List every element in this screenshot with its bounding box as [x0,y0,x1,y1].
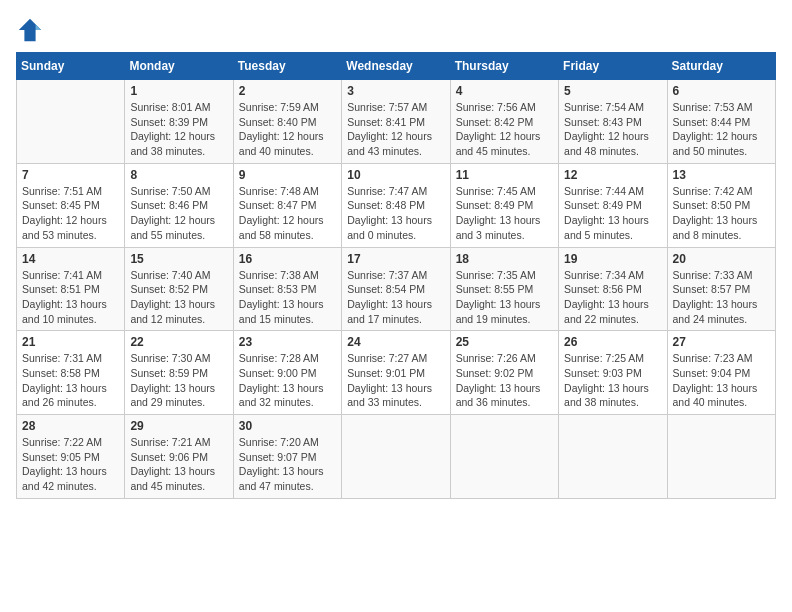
calendar-cell: 3Sunrise: 7:57 AMSunset: 8:41 PMDaylight… [342,80,450,164]
day-info: Sunrise: 7:35 AMSunset: 8:55 PMDaylight:… [456,268,553,327]
day-info: Sunrise: 7:37 AMSunset: 8:54 PMDaylight:… [347,268,444,327]
calendar-cell: 28Sunrise: 7:22 AMSunset: 9:05 PMDayligh… [17,415,125,499]
day-number: 12 [564,168,661,182]
day-number: 5 [564,84,661,98]
calendar-table: SundayMondayTuesdayWednesdayThursdayFrid… [16,52,776,499]
calendar-cell: 7Sunrise: 7:51 AMSunset: 8:45 PMDaylight… [17,163,125,247]
day-number: 7 [22,168,119,182]
day-number: 6 [673,84,770,98]
calendar-cell: 10Sunrise: 7:47 AMSunset: 8:48 PMDayligh… [342,163,450,247]
day-number: 24 [347,335,444,349]
day-number: 4 [456,84,553,98]
day-info: Sunrise: 7:44 AMSunset: 8:49 PMDaylight:… [564,184,661,243]
day-info: Sunrise: 7:48 AMSunset: 8:47 PMDaylight:… [239,184,336,243]
weekday-header: Tuesday [233,53,341,80]
day-info: Sunrise: 7:54 AMSunset: 8:43 PMDaylight:… [564,100,661,159]
page-header [16,16,776,44]
day-number: 17 [347,252,444,266]
day-info: Sunrise: 8:01 AMSunset: 8:39 PMDaylight:… [130,100,227,159]
day-info: Sunrise: 7:23 AMSunset: 9:04 PMDaylight:… [673,351,770,410]
day-number: 10 [347,168,444,182]
day-info: Sunrise: 7:21 AMSunset: 9:06 PMDaylight:… [130,435,227,494]
calendar-cell: 1Sunrise: 8:01 AMSunset: 8:39 PMDaylight… [125,80,233,164]
day-info: Sunrise: 7:42 AMSunset: 8:50 PMDaylight:… [673,184,770,243]
calendar-cell: 15Sunrise: 7:40 AMSunset: 8:52 PMDayligh… [125,247,233,331]
day-number: 14 [22,252,119,266]
day-info: Sunrise: 7:45 AMSunset: 8:49 PMDaylight:… [456,184,553,243]
calendar-cell: 20Sunrise: 7:33 AMSunset: 8:57 PMDayligh… [667,247,775,331]
day-number: 21 [22,335,119,349]
day-info: Sunrise: 7:34 AMSunset: 8:56 PMDaylight:… [564,268,661,327]
day-info: Sunrise: 7:51 AMSunset: 8:45 PMDaylight:… [22,184,119,243]
calendar-cell: 8Sunrise: 7:50 AMSunset: 8:46 PMDaylight… [125,163,233,247]
weekday-header: Thursday [450,53,558,80]
calendar-cell: 19Sunrise: 7:34 AMSunset: 8:56 PMDayligh… [559,247,667,331]
logo-icon [16,16,44,44]
day-number: 2 [239,84,336,98]
weekday-header: Sunday [17,53,125,80]
day-info: Sunrise: 7:30 AMSunset: 8:59 PMDaylight:… [130,351,227,410]
day-number: 15 [130,252,227,266]
day-number: 3 [347,84,444,98]
day-number: 18 [456,252,553,266]
weekday-header: Friday [559,53,667,80]
day-info: Sunrise: 7:38 AMSunset: 8:53 PMDaylight:… [239,268,336,327]
calendar-cell [667,415,775,499]
calendar-cell: 30Sunrise: 7:20 AMSunset: 9:07 PMDayligh… [233,415,341,499]
calendar-cell: 5Sunrise: 7:54 AMSunset: 8:43 PMDaylight… [559,80,667,164]
calendar-cell: 22Sunrise: 7:30 AMSunset: 8:59 PMDayligh… [125,331,233,415]
calendar-cell: 26Sunrise: 7:25 AMSunset: 9:03 PMDayligh… [559,331,667,415]
day-info: Sunrise: 7:50 AMSunset: 8:46 PMDaylight:… [130,184,227,243]
day-number: 25 [456,335,553,349]
day-info: Sunrise: 7:56 AMSunset: 8:42 PMDaylight:… [456,100,553,159]
calendar-cell: 12Sunrise: 7:44 AMSunset: 8:49 PMDayligh… [559,163,667,247]
calendar-cell: 24Sunrise: 7:27 AMSunset: 9:01 PMDayligh… [342,331,450,415]
day-info: Sunrise: 7:31 AMSunset: 8:58 PMDaylight:… [22,351,119,410]
calendar-cell [342,415,450,499]
calendar-cell: 23Sunrise: 7:28 AMSunset: 9:00 PMDayligh… [233,331,341,415]
svg-marker-1 [36,24,42,30]
day-number: 26 [564,335,661,349]
weekday-header: Saturday [667,53,775,80]
day-number: 22 [130,335,227,349]
calendar-cell [17,80,125,164]
day-number: 9 [239,168,336,182]
calendar-cell: 25Sunrise: 7:26 AMSunset: 9:02 PMDayligh… [450,331,558,415]
day-info: Sunrise: 7:41 AMSunset: 8:51 PMDaylight:… [22,268,119,327]
calendar-cell: 17Sunrise: 7:37 AMSunset: 8:54 PMDayligh… [342,247,450,331]
calendar-cell [450,415,558,499]
day-info: Sunrise: 7:53 AMSunset: 8:44 PMDaylight:… [673,100,770,159]
day-number: 20 [673,252,770,266]
day-number: 30 [239,419,336,433]
day-info: Sunrise: 7:20 AMSunset: 9:07 PMDaylight:… [239,435,336,494]
weekday-header: Wednesday [342,53,450,80]
day-number: 16 [239,252,336,266]
calendar-cell: 9Sunrise: 7:48 AMSunset: 8:47 PMDaylight… [233,163,341,247]
calendar-header: SundayMondayTuesdayWednesdayThursdayFrid… [17,53,776,80]
calendar-cell: 29Sunrise: 7:21 AMSunset: 9:06 PMDayligh… [125,415,233,499]
day-info: Sunrise: 7:47 AMSunset: 8:48 PMDaylight:… [347,184,444,243]
day-number: 23 [239,335,336,349]
day-info: Sunrise: 7:28 AMSunset: 9:00 PMDaylight:… [239,351,336,410]
day-number: 29 [130,419,227,433]
day-number: 27 [673,335,770,349]
calendar-cell: 13Sunrise: 7:42 AMSunset: 8:50 PMDayligh… [667,163,775,247]
calendar-cell: 4Sunrise: 7:56 AMSunset: 8:42 PMDaylight… [450,80,558,164]
calendar-cell: 11Sunrise: 7:45 AMSunset: 8:49 PMDayligh… [450,163,558,247]
day-number: 11 [456,168,553,182]
weekday-header: Monday [125,53,233,80]
day-info: Sunrise: 7:26 AMSunset: 9:02 PMDaylight:… [456,351,553,410]
day-info: Sunrise: 7:59 AMSunset: 8:40 PMDaylight:… [239,100,336,159]
day-number: 8 [130,168,227,182]
day-info: Sunrise: 7:25 AMSunset: 9:03 PMDaylight:… [564,351,661,410]
calendar-cell: 2Sunrise: 7:59 AMSunset: 8:40 PMDaylight… [233,80,341,164]
day-number: 28 [22,419,119,433]
day-number: 13 [673,168,770,182]
calendar-cell: 6Sunrise: 7:53 AMSunset: 8:44 PMDaylight… [667,80,775,164]
calendar-cell: 18Sunrise: 7:35 AMSunset: 8:55 PMDayligh… [450,247,558,331]
calendar-cell: 14Sunrise: 7:41 AMSunset: 8:51 PMDayligh… [17,247,125,331]
day-number: 1 [130,84,227,98]
calendar-cell: 21Sunrise: 7:31 AMSunset: 8:58 PMDayligh… [17,331,125,415]
calendar-cell [559,415,667,499]
calendar-cell: 27Sunrise: 7:23 AMSunset: 9:04 PMDayligh… [667,331,775,415]
